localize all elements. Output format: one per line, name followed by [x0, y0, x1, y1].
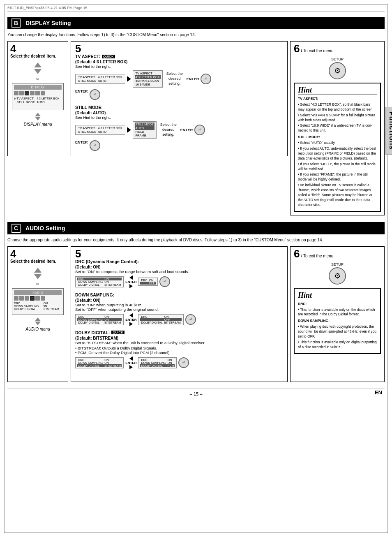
dolby-menu-before: DRCON DOWN SAMPLINGON DOLBY DIGITALBITST… — [75, 357, 124, 368]
flow-arrow-1 — [127, 76, 131, 82]
ds-enter-icon: ⏎ — [185, 314, 196, 325]
down-sampling-hint-p1: • When playing disc with copyright prote… — [298, 324, 377, 339]
down-sampling-menu-before: DRCON DOWN SAMPLINGON DOLBY DIGITALBITST… — [75, 314, 124, 325]
audio-step6-number: 6 — [294, 248, 300, 260]
audio-setup-label: SETUP — [331, 262, 344, 266]
still-mode-hint-p2: • If you select AUTO, auto-matically sel… — [298, 146, 377, 161]
still-mode-menu-current: TV ASPECT4:3 LETTER BOX STILL MODEAUTO — [75, 125, 125, 135]
down-sampling-default: (Default: ON) — [75, 298, 283, 303]
display-step5: 5 TV ASPECT: QUICK (Default: 4:3 LETTER … — [71, 41, 288, 156]
select-setting-label-2: Select the desired setting. — [158, 123, 179, 137]
audio-step5: 5 DRC (Dynamic Range Control): (Default:… — [71, 246, 288, 382]
drc-menu-after: DRCON OFF — [138, 278, 157, 286]
drc-both-arrows: ENTER — [125, 275, 136, 288]
still-mode-hint-p1: • Select "AUTO" usually. — [298, 141, 377, 146]
audio-nav-down — [34, 274, 42, 279]
tv-aspect-hint-heading: TV ASPECT: — [298, 97, 377, 102]
tv-aspect-hint-text: See Hint to the right. — [75, 64, 283, 69]
dd-both-arrows: ENTER — [125, 356, 136, 369]
section-c-title: AUDIO Setting — [25, 225, 65, 231]
section-b: B DISPLAY Setting You can change the dis… — [7, 17, 385, 215]
step4-label: Select the desired item. — [10, 54, 65, 58]
tv-aspect-quick-badge: QUICK — [102, 55, 115, 58]
down-sampling-hint-heading: DOWN SAMPLING: — [298, 319, 377, 324]
flow-arrow-2 — [127, 127, 131, 133]
page-footer: – 15 – — [7, 389, 385, 396]
enter-icon-3: ⏎ — [194, 125, 205, 135]
setup-symbol: ⚙ — [334, 66, 341, 75]
dolby-digital-subsection: DOLBY DIGITAL: QUICK (Default: BITSTREAM… — [75, 330, 283, 369]
display-step6: 6 / To exit the menu SETUP ⚙ Hint TV ASP… — [290, 41, 385, 215]
section-c-letter: C — [12, 224, 21, 233]
still-mode-hint-heading: STILL MODE: — [298, 135, 377, 140]
select-setting-label: Select the desired setting. — [164, 72, 185, 86]
still-mode-subsection: STILL MODE: (Default: AUTO) See Hint to … — [75, 105, 283, 151]
or-text-step4: or — [10, 76, 65, 81]
down-sampling-flow: DRCON DOWN SAMPLINGON DOLBY DIGITALBITST… — [75, 313, 283, 326]
dolby-quick-badge: QUICK — [111, 331, 125, 334]
enter-label-2: ENTER — [180, 128, 193, 132]
nav-remote-display — [10, 113, 65, 120]
enter-text-1: ENTER — [75, 89, 88, 100]
tv-aspect-subsection: TV ASPECT: QUICK (Default: 4:3 LETTER BO… — [75, 54, 283, 100]
drc-label: DRC (Dynamic Range Control): — [75, 259, 283, 264]
still-mode-options: STILL MODE AUTO FIELD FRAME — [133, 121, 157, 139]
down-sampling-desc2: Set to "OFF" when outputting the origina… — [75, 307, 283, 312]
enter-row-1: ENTER ⏎ — [75, 89, 283, 100]
tv-aspect-menu-current: TV ASPECT4:3 LETTER BOX STILL MODEAUTO — [75, 74, 125, 84]
audio-menu-icons — [14, 296, 62, 301]
enter-icon-2: ⏎ — [90, 89, 100, 100]
audio-setup-icon: ⚙ — [329, 267, 346, 285]
dolby-menu-after: DRCON DOWN SAMPLINGON DOLBY DIGITALPCM — [138, 357, 177, 368]
audio-nav-arrows — [32, 267, 44, 280]
display-steps-row: 4 Select the desired item. or DISPLAY — [7, 41, 385, 215]
tv-aspect-options: TV ASPECT 4:3 LETTER BOX 4:3 PAN & SCAN … — [133, 70, 163, 88]
audio-setup-area: SETUP ⚙ — [294, 262, 381, 285]
section-c: C AUDIO Setting Choose the appropriate a… — [7, 222, 385, 382]
hint-content: TV ASPECT: • Select "4:3 LETTER BOX", so… — [298, 97, 377, 208]
section-b-title: DISPLAY Setting — [25, 20, 71, 26]
enter-row-2: ENTER ⏎ — [75, 140, 283, 151]
section-b-description: You can change the display functions. Fo… — [7, 32, 385, 37]
page-number: – 15 – — [190, 391, 203, 396]
still-mode-default: (Default: AUTO) — [75, 111, 283, 115]
dolby-default: (Default: BITSTREAM) — [75, 336, 283, 340]
step5-number: 5 — [75, 42, 81, 55]
enter-icon-4: ⏎ — [90, 140, 100, 151]
still-mode-hint-p4: • If you select "FRAME", the picture in … — [298, 172, 377, 182]
audio-nav-up — [34, 268, 42, 273]
audio-menu-title: AUDIO — [14, 290, 62, 295]
tv-aspect-hint-p1: • Select "4:3 LETTER BOX", so that black… — [298, 102, 377, 112]
section-b-header: B DISPLAY Setting — [7, 17, 385, 29]
audio-step4-number: 4 — [10, 248, 16, 260]
tv-aspect-flow: TV ASPECT4:3 LETTER BOX STILL MODEAUTO T… — [75, 70, 283, 88]
still-mode-flow: TV ASPECT4:3 LETTER BOX STILL MODEAUTO S… — [75, 121, 283, 139]
nav-down-icon — [34, 69, 42, 74]
hint-box-audio: Hint DRC: • This function is available o… — [294, 288, 381, 354]
setup-icon: ⚙ — [329, 62, 346, 79]
enter-icon-1: ⏎ — [201, 74, 211, 84]
down-sampling-hint-p2: • This function is available only on dig… — [298, 340, 377, 350]
enter-label-1: ENTER — [187, 77, 199, 81]
dolby-flow: DRCON DOWN SAMPLINGON DOLBY DIGITALBITST… — [75, 356, 283, 369]
drc-hint-p1: • This function is available only on the… — [298, 308, 377, 317]
step4-number: 4 — [10, 42, 16, 55]
audio-step6: 6 / To exit the menu SETUP ⚙ Hint DRC: — [290, 246, 385, 382]
audio-setup-symbol: ⚙ — [334, 271, 341, 280]
setup-area: SETUP ⚙ — [294, 57, 381, 79]
enter-text-2: ENTER — [75, 140, 88, 151]
audio-hint-content: DRC: • This function is available only o… — [298, 302, 377, 350]
tv-aspect-hint-p3: • Select "16:9 WIDE" if a wide-screen TV… — [298, 123, 377, 133]
down-sampling-desc1: Set to "ON" when outputting in 48 kHz. — [75, 303, 283, 307]
display-menu-title: DISPLAY — [14, 85, 62, 90]
dolby-point2: • PCM: Convert the Dolby Digital into PC… — [75, 350, 283, 355]
audio-step6-exit-label: To exit the menu — [303, 254, 333, 258]
tv-aspect-default: (Default: 4:3 LETTER BOX) — [75, 60, 283, 64]
audio-step4-label: Select the desired item. — [10, 259, 65, 264]
audio-menu-label: AUDIO menu — [10, 327, 65, 331]
drc-enter-icon: ⏎ — [159, 276, 170, 287]
drc-subsection: DRC (Dynamic Range Control): (Default: O… — [75, 259, 283, 288]
step6-number: 6 — [294, 42, 300, 55]
drc-flow: DRCON DOWN SAMPLINGON DOLBY DIGITALBITST… — [75, 275, 283, 288]
still-mode-hint-text: See Hint to the right. — [75, 115, 283, 120]
